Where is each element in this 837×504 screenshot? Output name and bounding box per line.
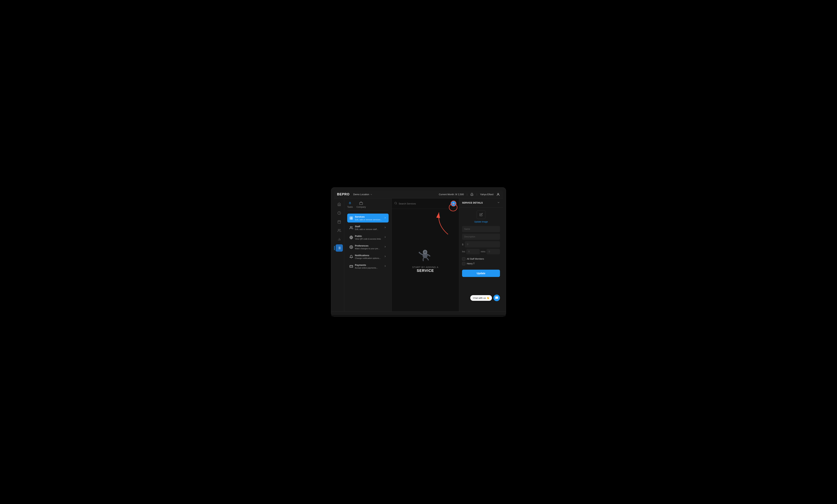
menu-item-notifications-text: Notifications Change notification option… — [355, 254, 382, 259]
menu-item-notifications-sub: Change notification options... — [355, 257, 382, 259]
update-image-link[interactable]: Update image — [474, 221, 488, 223]
svg-rect-18 — [360, 203, 363, 205]
search-bar: + — [392, 199, 459, 209]
svg-point-6 — [338, 229, 339, 230]
menu-item-notifications-title: Notifications — [355, 254, 382, 257]
menu-item-public-text: Public View QR code & access links — [355, 235, 382, 240]
tab-tasks-label: Tasks — [347, 206, 353, 208]
payments-chevron — [384, 265, 387, 268]
sidebar-item-clock[interactable] — [336, 209, 343, 217]
svg-point-16 — [349, 203, 351, 204]
main-layout: Tasks Company Services Edit, add or remo… — [334, 199, 503, 311]
checkbox-henry[interactable] — [462, 262, 465, 265]
chat-icon-button[interactable] — [494, 295, 500, 301]
sidebar-item-chart[interactable] — [336, 236, 343, 243]
staff-chevron — [384, 226, 387, 229]
current-month-label: Current Month: 9/ 2,500 — [439, 193, 464, 196]
svg-rect-22 — [350, 218, 351, 219]
details-title: SERVICE DETAILS — [462, 202, 483, 204]
price-input[interactable]: 0 — [465, 241, 500, 247]
menu-item-preferences[interactable]: Preferences Make changes to your pre... — [347, 243, 389, 251]
sidebar-item-list[interactable] — [336, 244, 343, 251]
details-body: Update image Name Description $ 0 hrs 0 … — [459, 207, 503, 280]
search-input[interactable] — [399, 202, 449, 205]
svg-point-38 — [424, 251, 425, 252]
user-avatar-icon — [496, 193, 500, 196]
user-name: Yahya Elfard — [480, 193, 494, 196]
tab-company[interactable]: Company — [357, 201, 366, 208]
update-button[interactable]: Update — [462, 270, 500, 277]
search-icon — [394, 202, 397, 205]
menu-panel: Tasks Company Services Edit, add or remo… — [344, 199, 392, 311]
menu-item-preferences-text: Preferences Make changes to your pre... — [355, 244, 382, 250]
menu-item-staff-sub: Edit, add or remove staff... — [355, 228, 382, 230]
menu-item-services-text: Services Edit, add or remove services... — [355, 216, 382, 221]
notifications-chevron — [384, 255, 387, 258]
laptop-base — [331, 311, 506, 315]
menu-item-staff-text: Staff Edit, add or remove staff... — [355, 225, 382, 230]
svg-point-24 — [350, 226, 352, 228]
henry-label: Henry T — [467, 262, 475, 265]
menu-item-payments[interactable]: Payments Accept online payments... — [347, 262, 389, 271]
time-row: hrs 0 mins 0 — [462, 249, 500, 254]
laptop-screen: BEPRO Demo Location Current Month: 9/ 2,… — [334, 190, 503, 311]
svg-point-27 — [351, 246, 352, 247]
sidebar — [334, 199, 344, 311]
preferences-chevron — [384, 245, 387, 248]
chevron-down-icon — [370, 193, 372, 195]
active-indicator — [334, 246, 335, 250]
add-service-button[interactable]: + — [450, 201, 457, 206]
details-chevron-icon[interactable] — [497, 201, 500, 205]
public-chevron — [384, 236, 387, 239]
staff-item-all: All Staff Members — [462, 257, 500, 261]
staff-item-henry: Henry T — [462, 262, 500, 265]
app-logo: BEPRO — [337, 192, 350, 196]
topbar-right: Current Month: 9/ 2,500 | | Yahya Elfard — [439, 193, 500, 196]
service-details-panel: SERVICE DETAILS Update image Name Descri… — [459, 199, 503, 311]
price-prefix: $ — [462, 243, 463, 246]
update-image-area: Update image — [462, 210, 500, 223]
location-selector[interactable]: Demo Location — [353, 193, 372, 196]
bell-icon[interactable] — [470, 193, 474, 196]
name-field[interactable]: Name — [462, 226, 500, 232]
laptop-frame: BEPRO Demo Location Current Month: 9/ 2,… — [331, 187, 506, 317]
menu-item-services[interactable]: Services Edit, add or remove services... — [347, 213, 389, 223]
details-header: SERVICE DETAILS — [459, 199, 503, 207]
hours-input[interactable]: 0 — [466, 249, 480, 254]
chat-bubble[interactable]: Chat with us 👋 — [470, 295, 492, 301]
mins-input[interactable]: 0 — [486, 249, 500, 254]
checkbox-all-staff[interactable] — [462, 257, 465, 261]
menu-item-preferences-title: Preferences — [355, 244, 382, 247]
menu-item-payments-text: Payments Accept online payments... — [355, 264, 382, 269]
laptop-foot — [331, 315, 506, 316]
all-staff-label: All Staff Members — [467, 258, 484, 260]
menu-item-public-sub: View QR code & access links — [355, 238, 382, 240]
menu-item-services-title: Services — [355, 216, 382, 218]
separator2: | — [477, 193, 477, 196]
description-field[interactable]: Description — [462, 234, 500, 240]
sidebar-item-calendar[interactable] — [336, 218, 343, 225]
topbar: BEPRO Demo Location Current Month: 9/ 2,… — [334, 190, 503, 199]
empty-title: START BY ADDING A — [412, 266, 439, 268]
svg-rect-28 — [350, 265, 353, 267]
edit-icon-box[interactable] — [477, 210, 485, 219]
menu-item-public[interactable]: Public View QR code & access links — [347, 233, 389, 242]
menu-item-staff[interactable]: Staff Edit, add or remove staff... — [347, 223, 389, 232]
astronaut-illustration — [418, 248, 433, 262]
location-label: Demo Location — [353, 193, 369, 196]
menu-item-payments-sub: Accept online payments... — [355, 267, 382, 269]
mins-label: mins — [481, 250, 485, 253]
menu-item-notifications[interactable]: Notifications Change notification option… — [347, 252, 389, 261]
price-row: $ 0 — [462, 241, 500, 247]
menu-item-staff-title: Staff — [355, 225, 382, 228]
staff-section: All Staff Members Henry T — [462, 257, 500, 265]
menu-items: Services Edit, add or remove services...… — [347, 213, 389, 271]
sidebar-item-home[interactable] — [336, 201, 343, 208]
svg-rect-21 — [352, 217, 353, 218]
svg-point-30 — [395, 202, 397, 204]
tab-tasks[interactable]: Tasks — [347, 201, 353, 208]
svg-rect-2 — [338, 221, 340, 223]
services-empty-state: START BY ADDING A SERVICE — [392, 209, 459, 311]
sidebar-item-users[interactable] — [336, 227, 343, 234]
menu-item-services-sub: Edit, add or remove services... — [355, 219, 382, 221]
